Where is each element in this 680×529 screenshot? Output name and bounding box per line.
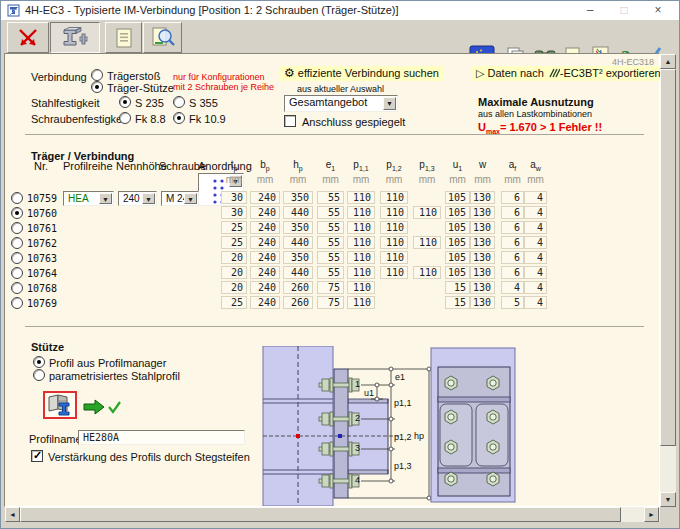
value-cell: 110 <box>380 191 408 204</box>
value-cell: 55 <box>317 191 344 204</box>
stuetze-radio-profilmanager[interactable] <box>33 356 45 368</box>
stahl-option-s235[interactable]: S 235 <box>135 97 164 109</box>
chevron-down-icon[interactable] <box>99 193 112 204</box>
value-cell: 110 <box>347 296 375 309</box>
horizontal-scroll-thumb[interactable] <box>20 507 621 522</box>
schrauben-radio-fk109[interactable] <box>173 112 185 124</box>
profile-book-icon <box>45 393 75 417</box>
value-cell: 110 <box>347 266 375 279</box>
bolt-row-label: 4 <box>355 475 360 485</box>
verbindung-radio-traegerstoss[interactable] <box>91 69 103 81</box>
window-title: 4H-EC3 - Typisierte IM-Verbindung [Posit… <box>25 4 399 16</box>
row-select-radio[interactable] <box>11 207 23 219</box>
document-tab-button[interactable] <box>105 22 142 53</box>
value-cell: 240 <box>250 281 280 294</box>
chevron-down-icon[interactable] <box>142 193 155 204</box>
stuetze-option-parametrisiert[interactable]: parametrisiertes Stahlprofil <box>49 370 180 382</box>
front-view-diagram <box>429 346 519 504</box>
angebot-value: Gesamtangebot <box>289 96 367 108</box>
connection-tab-button[interactable] <box>50 22 100 53</box>
config-note-line2: mit 2 Schrauben je Reihe <box>173 82 274 92</box>
chevron-down-icon[interactable] <box>383 97 396 110</box>
stuetze-radio-parametrisiert[interactable] <box>33 369 45 381</box>
value-cell: 6 <box>501 221 524 234</box>
row-select-radio[interactable] <box>11 222 23 234</box>
row-select-radio[interactable] <box>11 282 23 294</box>
value-cell: 4 <box>524 251 547 264</box>
angebot-select[interactable]: Gesamtangebot <box>284 95 398 112</box>
stuetze-option-profilmanager[interactable]: Profil aus Profilmanager <box>49 357 166 369</box>
row-number: 10760 <box>27 208 57 220</box>
verstaerkung-label[interactable]: Verstärkung des Profils durch Stegsteife… <box>48 451 250 463</box>
dim-p13-label: p1,3 <box>394 461 412 471</box>
vertical-scroll-thumb[interactable] <box>660 69 676 446</box>
minimize-button[interactable]: – <box>573 1 607 20</box>
preview-tab-button[interactable] <box>143 22 182 53</box>
column-header: w <box>467 159 498 170</box>
stahl-radio-s355[interactable] <box>173 96 185 108</box>
schrauben-option-fk109[interactable]: Fk 10.9 <box>189 113 226 125</box>
value-cell: 25 <box>221 221 247 234</box>
verbindung-option-traeger-stuetze[interactable]: Träger-Stütze <box>107 82 174 94</box>
value-cell: 75 <box>317 296 344 309</box>
export-suffix: -EC3BT² exportieren <box>560 67 661 79</box>
application-window: 4H-EC3 - Typisierte IM-Verbindung [Posit… <box>0 0 680 529</box>
value-cell: 4 <box>524 281 547 294</box>
value-cell: 25 <box>221 296 247 309</box>
row-select-radio[interactable] <box>11 192 23 204</box>
value-cell: 75 <box>317 281 344 294</box>
profilmanager-button[interactable] <box>43 391 77 419</box>
scroll-left-button[interactable]: ◄ <box>5 507 20 522</box>
maximize-button: □ <box>607 1 641 20</box>
value-cell: 6 <box>501 266 524 279</box>
scroll-down-button[interactable]: ▼ <box>660 492 676 507</box>
value-cell: 5 <box>501 296 524 309</box>
value-cell: 260 <box>283 281 313 294</box>
schraube-select[interactable]: M 24 <box>161 191 199 206</box>
export-button[interactable]: ▷ Daten nach -EC3BT² exportieren <box>471 66 666 81</box>
profilname-input[interactable] <box>78 430 245 445</box>
row-select-radio[interactable] <box>11 237 23 249</box>
chevron-down-icon[interactable] <box>184 193 197 204</box>
stahl-radio-s235[interactable] <box>119 96 131 108</box>
app-icon <box>7 4 20 17</box>
preview-icon <box>150 26 176 50</box>
value-cell: 4 <box>524 221 547 234</box>
config-note-line1: nur für Konfigurationen <box>173 72 265 82</box>
value-cell: 110 <box>380 221 408 234</box>
value-cell: 260 <box>283 296 313 309</box>
verstaerkung-checkbox[interactable] <box>31 450 43 462</box>
value-cell: 55 <box>317 221 344 234</box>
dim-hp-label: hp <box>414 431 424 441</box>
nennhoehe-select[interactable]: 240 <box>118 191 157 206</box>
stahl-option-s355[interactable]: S 355 <box>189 97 218 109</box>
row-select-radio[interactable] <box>11 267 23 279</box>
column-unit: mm <box>218 174 250 185</box>
column-unit: mm <box>410 174 444 185</box>
row-select-radio[interactable] <box>11 252 23 264</box>
gespiegelt-label[interactable]: Anschluss gespiegelt <box>302 116 405 128</box>
plate-axis-point <box>338 434 342 438</box>
gespiegelt-checkbox[interactable] <box>284 115 296 127</box>
4h-logo-icon <box>547 68 560 78</box>
column-unit: mm <box>521 174 550 185</box>
schrauben-option-fk88[interactable]: Fk 8.8 <box>135 113 166 125</box>
row-select-radio[interactable] <box>11 297 23 309</box>
verbindung-option-traegerstoss[interactable]: Trägerstoß <box>107 70 160 82</box>
value-cell: 110 <box>413 206 441 219</box>
scroll-right-button[interactable]: ► <box>644 507 659 522</box>
close-button[interactable]: × <box>641 1 675 20</box>
search-efficient-button[interactable]: ⚙ effiziente Verbindung suchen <box>279 66 444 81</box>
column-axis-point <box>296 434 300 438</box>
value-cell: 350 <box>283 191 313 204</box>
dim-p12-label: p1,2 <box>394 432 412 442</box>
column-unit: mm <box>314 174 347 185</box>
exit-button[interactable] <box>7 22 49 53</box>
column-header: aw <box>521 159 550 170</box>
verbindung-radio-traeger-stuetze[interactable] <box>91 81 103 93</box>
value-cell: 20 <box>221 266 247 279</box>
scroll-up-button[interactable]: ▲ <box>660 54 676 69</box>
schrauben-radio-fk88[interactable] <box>119 112 131 124</box>
profilname-label: Profilname <box>29 433 82 445</box>
profilreihe-select[interactable]: HEA <box>63 191 114 206</box>
